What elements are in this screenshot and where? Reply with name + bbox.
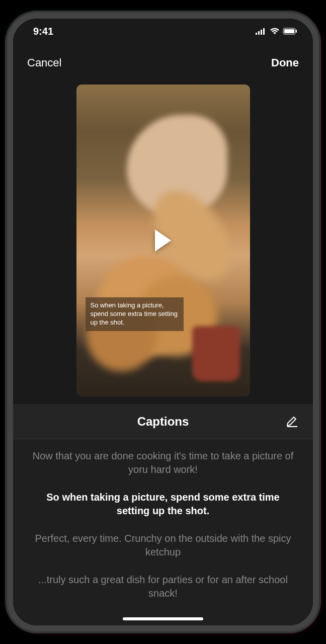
captions-header: Captions [13, 404, 313, 439]
home-indicator[interactable] [123, 617, 203, 620]
video-preview[interactable]: So when taking a picture, spend some ext… [76, 85, 250, 396]
status-bar: 9:41 [13, 19, 313, 44]
pencil-icon [286, 414, 299, 427]
screen: 9:41 Cancel Done [13, 19, 313, 625]
phone-frame: 9:41 Cancel Done [7, 13, 319, 631]
svg-rect-3 [263, 28, 265, 35]
play-icon[interactable] [155, 229, 171, 252]
status-time: 9:41 [33, 26, 53, 37]
svg-rect-0 [256, 33, 257, 35]
svg-rect-6 [296, 30, 297, 33]
wifi-icon [270, 26, 280, 37]
captions-list[interactable]: Now that you are done cooking it's time … [13, 439, 313, 625]
caption-line[interactable]: Perfect, every time. Crunchy on the outs… [31, 532, 295, 559]
status-icons [256, 26, 298, 37]
caption-overlay: So when taking a picture, spend some ext… [86, 297, 184, 331]
captions-title: Captions [137, 415, 189, 429]
svg-rect-1 [258, 31, 260, 35]
caption-line[interactable]: ...truly such a great dish for parties o… [31, 573, 295, 600]
svg-rect-5 [284, 29, 294, 33]
nav-bar: Cancel Done [13, 44, 313, 79]
signal-icon [256, 26, 267, 37]
cancel-button[interactable]: Cancel [27, 56, 61, 69]
captions-section: Captions Now that you are done cooking i… [13, 404, 313, 625]
edit-button[interactable] [286, 414, 299, 429]
svg-rect-2 [261, 30, 262, 35]
done-button[interactable]: Done [271, 56, 299, 69]
battery-icon [283, 26, 298, 37]
caption-line-active[interactable]: So when taking a picture, spend some ext… [31, 491, 295, 518]
caption-line[interactable]: Now that you are done cooking it's time … [31, 449, 295, 476]
video-area: So when taking a picture, spend some ext… [13, 79, 313, 404]
